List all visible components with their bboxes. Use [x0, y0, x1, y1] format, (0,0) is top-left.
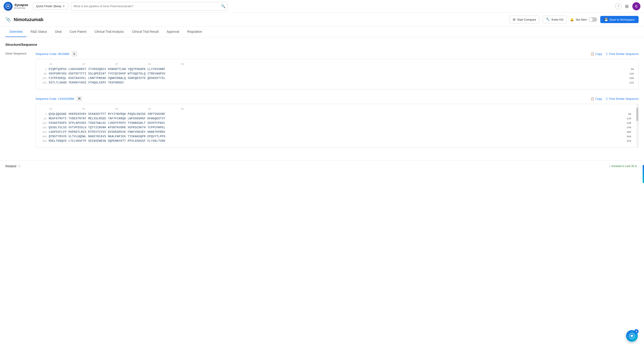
- search-bar: 🔍: [71, 2, 228, 10]
- related-section: Related ⓘ ↑ Increase in Last 30 d...: [0, 160, 644, 172]
- table-row: 361 RDELTKNQVS LTCLVKGFYP SDIAVEWESN GQP…: [40, 139, 631, 143]
- help-icon: ?: [615, 3, 621, 9]
- sequence1-ruler-nums: 10 20 30 40 50: [49, 63, 184, 65]
- chevron-down-icon: ▼: [62, 5, 65, 7]
- search-input[interactable]: [74, 4, 219, 8]
- sequence2-code[interactable]: Sequence Code: 1191632866: [36, 97, 74, 100]
- brand-name: Synapse: [14, 3, 28, 7]
- sequence2-actions: 📋 Copy ⬡ Find Similar Sequence: [590, 97, 638, 100]
- sequence2-badge: H: [76, 96, 82, 102]
- sequence1-box: 10 20 30 40 50 1 DIQMTQSPSS LSASVGDRVT I…: [36, 59, 638, 89]
- table-row: 301 QYNSTYRVVS VLTVLHQDWL NGKEYKCKVS NKA…: [40, 135, 631, 138]
- increase-arrow-icon: ↑: [609, 164, 610, 168]
- logo-icon: [4, 2, 12, 11]
- kg-label: Enter KG: [552, 18, 564, 21]
- save-to-workspace-button[interactable]: 💾 Save to Workspace: [600, 16, 638, 23]
- navbar: Synapse by patsnap Quick Finder (Beta) ▼…: [0, 0, 644, 12]
- table-row: 1 QVQLQQSGAE VKKPGSSVKV SCKASGYTFT NYYIY…: [40, 113, 631, 116]
- drug-actions: ⊞ Start Compare 🔧 Enter KG 🔔 Set Alert 💾…: [509, 16, 638, 23]
- sequence2-box: 10 20 30 40 50 1 QVQLQQSGAE VKKPGSSVKV S…: [36, 104, 638, 148]
- alert-label: Set Alert: [576, 18, 586, 21]
- save-icon: 💾: [604, 18, 608, 21]
- brand-sub: by patsnap: [14, 7, 28, 9]
- sequence1-code[interactable]: Sequence Code: 9615890: [36, 52, 69, 56]
- logo-area: Synapse by patsnap: [4, 2, 28, 11]
- table-row: 181 QSSGLYSLSS VVTVPSSSLG TQTYICNVNH KPS…: [40, 126, 631, 129]
- table-row: 241 LGGPSVFLFP PKPKDTLMIS RTPEVTCVVV DVS…: [40, 130, 631, 134]
- tab-nav: Overview R&D Status Deal Core Patent Cli…: [0, 27, 644, 37]
- table-row: 61 NEKFKTRVTI TVDESTNTAY MELSSLRSED TAFY…: [40, 117, 631, 120]
- quick-finder-button[interactable]: Quick Finder (Beta) ▼: [33, 2, 68, 10]
- tab-core-patent[interactable]: Core Patent: [66, 27, 90, 37]
- find-similar-icon: ⬡: [606, 52, 608, 56]
- sequence2-find-similar-button[interactable]: ⬡ Find Similar Sequence: [606, 97, 638, 100]
- grid-icon: ⊞: [625, 4, 629, 9]
- sequence1-block: Sequence Code: 9615890 L 📋 Copy ⬡ Find S…: [36, 51, 638, 148]
- section-title: Structure/Sequence: [6, 43, 638, 46]
- sequence1-header: Sequence Code: 9615890 L 📋 Copy ⬡ Find S…: [36, 51, 638, 57]
- sequence1-badge: L: [72, 51, 78, 57]
- start-compare-button[interactable]: ⊞ Start Compare: [509, 16, 540, 23]
- tab-clinical-trial-result[interactable]: Clinical Trial Result: [128, 27, 163, 37]
- compare-label: Start Compare: [517, 18, 536, 21]
- table-row: 61 SGVPSRFSGS GSGTDFTFTI SSLQPEDIAT YYCF…: [40, 72, 634, 75]
- sequence1-ruler: 10 20 30 40 50: [40, 63, 634, 65]
- tab-approval[interactable]: Approval: [163, 27, 183, 37]
- enter-kg-button[interactable]: 🔧 Enter KG: [542, 16, 567, 23]
- sequence2-copy-button[interactable]: 📋 Copy: [590, 97, 602, 100]
- nav-right: ? ⊞ C: [615, 2, 640, 10]
- drug-header: 📎 Nimotuzumab ⊞ Start Compare 🔧 Enter KG…: [0, 12, 644, 27]
- gene-label: Gene Sequence: [6, 51, 30, 55]
- increase-badge: ↑ Increase in Last 30 d...: [609, 164, 638, 168]
- table-row: 121 VSSASTKGPS VFPLAPSSKS TSGGTAALGC LVK…: [40, 121, 631, 125]
- gene-sequence-row: Gene Sequence Sequence Code: 9615890 L 📋…: [6, 51, 638, 148]
- sequence1-find-similar-button[interactable]: ⬡ Find Similar Sequence: [606, 52, 638, 56]
- table-row: 121 FIFPPSDEQL KSGTASVVCL LNNFYPREAK VQW…: [40, 77, 634, 80]
- drug-name: Nimotuzumab: [14, 17, 43, 22]
- kg-icon: 🔧: [546, 17, 550, 21]
- tab-clinical-trial-analysis[interactable]: Clinical Trial Analysis: [90, 27, 128, 37]
- sequence2-content: 10 20 30 40 50 1 QVQLQQSGAE VKKPGSSVKV S…: [40, 108, 634, 143]
- help-button[interactable]: ?: [615, 3, 621, 9]
- drug-icon: 📎: [6, 17, 11, 22]
- content-area: Structure/Sequence Gene Sequence Sequenc…: [0, 37, 644, 160]
- sequence1-copy-button[interactable]: 📋 Copy: [590, 52, 602, 56]
- side-scroll-indicator: [643, 165, 644, 172]
- scroll-track: [636, 104, 638, 148]
- tab-rd-status[interactable]: R&D Status: [26, 27, 51, 37]
- alert-toggle[interactable]: [588, 17, 597, 22]
- copy-icon: 📋: [590, 52, 594, 56]
- find-similar-icon-2: ⬡: [606, 97, 608, 100]
- alert-icon: 🔔: [570, 18, 574, 21]
- sequence1-actions: 📋 Copy ⬡ Find Similar Sequence: [590, 52, 638, 56]
- table-row: 1 DIQMTQSPSS LSASVGDRVT ITCRSSQNIV HSNGN…: [40, 68, 634, 71]
- related-label: Related: [6, 164, 16, 168]
- apps-button[interactable]: ⊞: [625, 3, 629, 9]
- quick-finder-label: Quick Finder (Beta): [36, 4, 62, 8]
- set-alert-toggle-wrap: 🔔 Set Alert: [570, 17, 597, 22]
- table-row: 181 SSTLTLSKAD YEKHKVYACE VTHQGLSSPV TKS…: [40, 81, 634, 84]
- scroll-thumb[interactable]: [636, 108, 638, 121]
- search-icon: 🔍: [221, 4, 226, 8]
- compare-icon: ⊞: [513, 17, 516, 21]
- sequence2-header: Sequence Code: 1191632866 H 📋 Copy ⬡ Fin…: [36, 96, 638, 102]
- sequence2-ruler-nums: 10 20 30 40 50: [49, 108, 184, 110]
- logo-text: Synapse by patsnap: [14, 3, 28, 9]
- avatar[interactable]: C: [632, 2, 640, 10]
- sequence2-ruler: 10 20 30 40 50: [40, 108, 631, 110]
- save-label: Save to Workspace: [610, 18, 634, 21]
- tab-regulation[interactable]: Regulation: [183, 27, 206, 37]
- info-icon[interactable]: ⓘ: [18, 164, 21, 168]
- tab-overview[interactable]: Overview: [6, 27, 26, 37]
- tab-deal[interactable]: Deal: [51, 27, 66, 37]
- copy-icon-2: 📋: [590, 97, 594, 100]
- increase-label: Increase in Last 30 d...: [612, 165, 638, 168]
